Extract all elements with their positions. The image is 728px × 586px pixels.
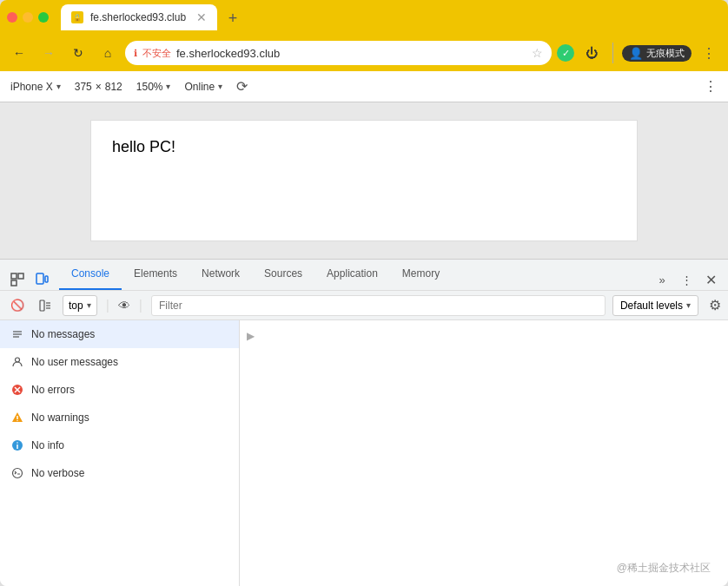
svg-point-21 bbox=[13, 469, 23, 478]
url-text: fe.sherlocked93.club bbox=[176, 47, 526, 60]
list-item[interactable]: No messages bbox=[0, 320, 239, 348]
svg-rect-0 bbox=[11, 273, 17, 279]
address-bar: ← → ↻ ⌂ ℹ 不安全 fe.sherlocked93.club ☆ ✓ ⏻… bbox=[0, 35, 728, 71]
new-tab-button[interactable]: + bbox=[221, 6, 245, 30]
console-output: ▶ bbox=[240, 320, 728, 586]
reload-button[interactable]: ↻ bbox=[66, 41, 90, 65]
network-mode: Online bbox=[184, 81, 215, 93]
inspect-element-icon[interactable] bbox=[7, 269, 28, 290]
browser-tab[interactable]: 🔒 fe.sherlocked93.club ✕ bbox=[61, 4, 217, 30]
console-sidebar: No messages No user messages bbox=[0, 320, 240, 586]
dimension-x: × bbox=[96, 81, 102, 93]
levels-select[interactable]: Default levels ▾ bbox=[612, 295, 698, 316]
title-bar: 🔒 fe.sherlocked93.club ✕ + bbox=[0, 0, 728, 35]
list-item[interactable]: No user messages bbox=[0, 348, 239, 376]
svg-point-12 bbox=[16, 358, 20, 362]
list-item[interactable]: No warnings bbox=[0, 404, 239, 431]
forward-button[interactable]: → bbox=[36, 41, 61, 65]
tab-elements[interactable]: Elements bbox=[122, 259, 189, 290]
context-value: top bbox=[69, 300, 83, 312]
security-icon: ℹ bbox=[134, 48, 137, 59]
network-select[interactable]: Online ▾ bbox=[184, 81, 222, 93]
back-button[interactable]: ← bbox=[7, 41, 31, 65]
devtools-panel: Console Elements Network Sources Applica… bbox=[0, 259, 728, 586]
traffic-lights bbox=[7, 12, 49, 23]
console-body: No messages No user messages bbox=[0, 320, 728, 586]
tab-close-button[interactable]: ✕ bbox=[196, 10, 207, 24]
page-content-area: hello PC! bbox=[90, 120, 638, 241]
tab-application[interactable]: Application bbox=[314, 259, 390, 290]
more-button[interactable]: ⋮ bbox=[697, 41, 721, 65]
devtools-tab-bar: Console Elements Network Sources Applica… bbox=[0, 260, 728, 291]
minimize-traffic-light[interactable] bbox=[23, 12, 33, 23]
power-button[interactable]: ⏻ bbox=[579, 41, 604, 65]
address-input[interactable]: ℹ 不安全 fe.sherlocked93.club ☆ bbox=[125, 41, 552, 65]
device-toolbar-more-button[interactable]: ⋮ bbox=[704, 78, 718, 95]
list-item[interactable]: No verbose bbox=[0, 459, 239, 487]
zoom-level: 150% bbox=[136, 81, 163, 93]
levels-chevron-icon: ▾ bbox=[686, 300, 691, 310]
network-chevron-icon: ▾ bbox=[218, 82, 222, 91]
toolbar-divider: | bbox=[106, 298, 109, 313]
context-select[interactable]: top ▾ bbox=[63, 295, 97, 316]
tab-bar: 🔒 fe.sherlocked93.club ✕ + bbox=[61, 4, 721, 30]
zoom-select[interactable]: 150% ▾ bbox=[136, 81, 171, 93]
eye-button[interactable]: 👁 bbox=[118, 299, 130, 313]
incognito-label: 无痕模式 bbox=[646, 47, 685, 60]
filter-sidebar-button[interactable] bbox=[35, 295, 56, 316]
svg-rect-2 bbox=[18, 273, 23, 279]
tab-console[interactable]: Console bbox=[59, 259, 122, 290]
info-icon bbox=[10, 438, 24, 452]
clear-console-button[interactable]: 🚫 bbox=[7, 295, 28, 316]
zoom-chevron-icon: ▾ bbox=[166, 82, 170, 91]
svg-rect-1 bbox=[11, 280, 17, 286]
list-item[interactable]: No info bbox=[0, 431, 239, 459]
rotate-button[interactable]: ⟳ bbox=[236, 78, 248, 95]
toolbar-divider2: | bbox=[139, 298, 142, 313]
bookmark-icon[interactable]: ☆ bbox=[532, 46, 543, 60]
divider bbox=[612, 43, 613, 63]
device-select[interactable]: iPhone X ▾ bbox=[10, 81, 61, 93]
messages-icon bbox=[10, 327, 24, 341]
list-item[interactable]: No errors bbox=[0, 376, 239, 404]
home-button[interactable]: ⌂ bbox=[96, 41, 120, 65]
devtools-close-button[interactable]: ✕ bbox=[700, 269, 721, 290]
svg-rect-4 bbox=[45, 276, 48, 282]
tab-sources[interactable]: Sources bbox=[252, 259, 314, 290]
devtools-more-tabs: » ⋮ ✕ bbox=[652, 269, 721, 290]
svg-rect-3 bbox=[36, 273, 43, 284]
tab-memory[interactable]: Memory bbox=[390, 259, 452, 290]
tab-title: fe.sherlocked93.club bbox=[90, 11, 189, 23]
user-icon bbox=[10, 355, 24, 369]
verbose-icon bbox=[10, 466, 24, 480]
console-prompt-arrow: ▶ bbox=[247, 330, 255, 342]
tab-favicon: 🔒 bbox=[71, 11, 83, 23]
shield-button[interactable]: ✓ bbox=[557, 44, 574, 62]
warning-icon bbox=[10, 411, 24, 425]
item-label: No warnings bbox=[31, 412, 89, 424]
devtools-side-icons bbox=[7, 269, 52, 290]
devtools-settings-icon[interactable]: ⋮ bbox=[676, 269, 697, 290]
tab-network[interactable]: Network bbox=[189, 259, 252, 290]
item-label: No messages bbox=[31, 328, 95, 340]
levels-label: Default levels bbox=[620, 300, 683, 312]
svg-point-17 bbox=[17, 420, 17, 421]
svg-point-20 bbox=[17, 442, 18, 444]
error-icon bbox=[10, 383, 24, 397]
device-name: iPhone X bbox=[10, 81, 53, 93]
svg-rect-5 bbox=[40, 300, 44, 311]
maximize-traffic-light[interactable] bbox=[38, 12, 49, 23]
more-tabs-button[interactable]: » bbox=[652, 269, 672, 290]
filter-input[interactable] bbox=[151, 295, 606, 316]
device-mode-icon[interactable] bbox=[31, 269, 52, 290]
security-text: 不安全 bbox=[142, 47, 171, 60]
context-chevron-icon: ▾ bbox=[87, 300, 91, 310]
close-traffic-light[interactable] bbox=[7, 12, 17, 23]
dimensions-display: 375 × 812 bbox=[75, 81, 122, 93]
device-chevron-icon: ▾ bbox=[56, 82, 61, 91]
console-settings-icon[interactable]: ⚙ bbox=[709, 297, 721, 313]
device-toolbar: iPhone X ▾ 375 × 812 150% ▾ Online ▾ ⟳ ⋮ bbox=[0, 71, 728, 102]
incognito-button[interactable]: 👤 无痕模式 bbox=[622, 45, 692, 62]
page-viewport: hello PC! bbox=[0, 102, 728, 259]
viewport-width: 375 bbox=[75, 81, 92, 93]
